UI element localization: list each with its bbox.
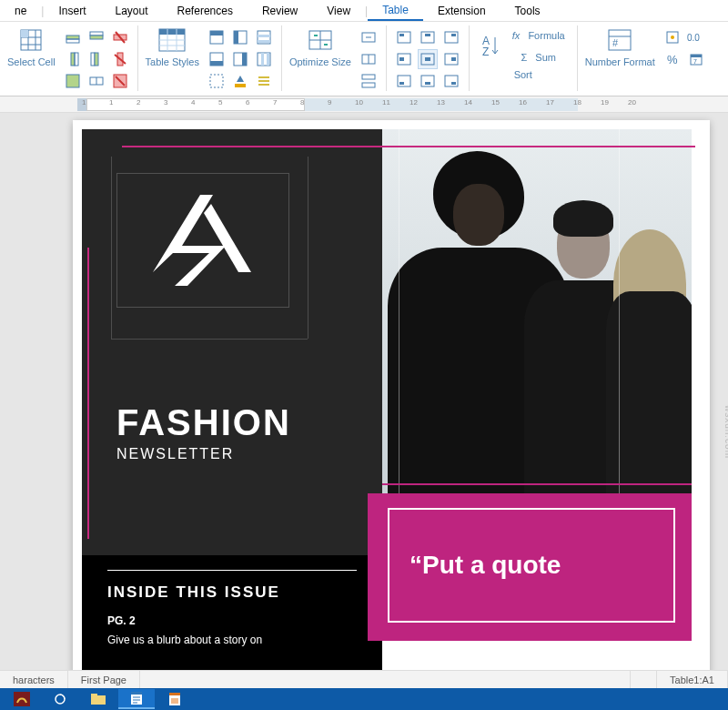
svg-text:#: # [612,37,619,48]
menu-item-insert[interactable]: Insert [44,2,100,20]
sum-button[interactable]: Σ Sum [508,47,570,67]
ribbon-separator [469,25,470,91]
align-mid-center-icon[interactable] [418,49,438,69]
status-save-icon[interactable] [631,671,657,688]
date-format-icon[interactable]: 7 [686,49,706,69]
menu-item-references[interactable]: References [163,2,248,20]
delete-row-icon[interactable] [110,27,130,47]
ribbon-group-select: Select Cell [4,25,59,67]
insert-table-icon[interactable] [63,71,83,91]
ruler-tick: 1 [109,98,113,106]
optimize-size-icon[interactable] [303,25,338,55]
svg-rect-43 [210,75,223,87]
status-page[interactable]: First Page [68,671,140,688]
ruler-tick: 6 [246,98,249,106]
delete-col-icon[interactable] [110,49,130,69]
split-table-icon[interactable] [359,71,379,91]
svg-rect-69 [445,76,458,86]
svg-rect-54 [399,34,404,36]
status-book-icon[interactable] [604,671,631,688]
menu-item-review[interactable]: Review [248,2,312,20]
align-top-left-icon[interactable] [394,27,414,47]
svg-rect-9 [90,36,103,39]
insert-col-left-icon[interactable] [63,49,83,69]
insert-row-above-icon[interactable] [63,27,83,47]
menu-item-home[interactable]: ne [0,2,41,20]
align-bot-right-icon[interactable] [441,71,461,91]
taskbar-app-1[interactable] [4,689,40,709]
status-table-ref[interactable]: Table1:A1 [657,671,728,688]
taskbar-app-2[interactable] [42,689,78,709]
svg-rect-32 [234,31,238,44]
optimize-size-label: Optimize Size [289,56,351,67]
ribbon-separator [137,25,138,91]
ruler-tick: 19 [601,98,609,106]
taskbar-impress-icon[interactable] [157,689,193,709]
sort-label: Sort [514,69,532,80]
menu-item-extension[interactable]: Extension [423,2,500,20]
borders-icon[interactable] [207,71,227,91]
menu-item-tools[interactable]: Tools [500,2,555,20]
sort-icon[interactable]: AZ [477,32,504,61]
ruler-tick: 10 [355,98,363,106]
delete-table-icon[interactable] [110,71,130,91]
style-opt-6-icon[interactable] [254,49,274,69]
svg-text:%: % [667,53,678,66]
border-color-icon[interactable] [230,71,250,91]
split-cells-icon[interactable] [86,71,106,91]
taskbar-writer-icon[interactable] [118,689,155,709]
style-opt-4-icon[interactable] [207,49,227,69]
select-cell-icon[interactable] [14,25,48,55]
horizontal-ruler[interactable]: 11234567891011121314151617181920 [0,96,728,113]
style-opt-2-icon[interactable] [230,27,250,47]
inside-heading: INSIDE THIS ISSUE [107,583,357,602]
formula-button[interactable]: fx Formula [508,25,570,46]
table-props-icon[interactable] [662,27,682,47]
table-styles-icon[interactable] [155,25,189,55]
status-characters[interactable]: haracters [0,671,68,688]
taskbar [0,688,728,710]
svg-rect-41 [261,53,264,66]
svg-rect-62 [425,57,430,61]
svg-rect-57 [445,32,458,43]
align-mid-left-icon[interactable] [394,49,414,69]
ruler-tick: 8 [300,98,304,106]
line-style-icon[interactable] [254,71,274,91]
doc-photo [346,129,692,493]
svg-rect-96 [171,698,178,704]
ruler-tick: 12 [410,98,418,106]
align-bot-left-icon[interactable] [394,71,414,91]
ruler-tick: 7 [273,98,277,106]
align-bot-center-icon[interactable] [418,71,438,91]
svg-rect-53 [398,32,410,43]
ribbon-group-tablestyles: Table Styles [142,25,203,67]
document-canvas[interactable]: FASHION NEWSLETTER INSIDE THIS ISSUE PG.… [0,113,728,670]
number-format-label: Number Format [585,56,655,67]
split-cells2-icon[interactable] [359,49,379,69]
menu-item-table[interactable]: Table [368,1,423,21]
quote-text: “Put a quote [410,551,561,580]
svg-rect-56 [425,34,430,36]
menu-item-view[interactable]: View [312,2,365,20]
insert-row-below-icon[interactable] [86,27,106,47]
taskbar-files-icon[interactable] [80,689,116,709]
svg-rect-65 [398,76,410,86]
ribbon-separator [281,25,282,91]
number-format-icon[interactable]: # [602,25,637,55]
merge-cells-icon[interactable] [359,27,379,47]
style-opt-3-icon[interactable] [254,27,274,47]
svg-rect-64 [451,57,456,61]
percent-icon[interactable]: % [662,49,682,69]
align-mid-right-icon[interactable] [441,49,461,69]
align-top-center-icon[interactable] [418,27,438,47]
align-top-right-icon[interactable] [441,27,461,47]
style-opt-5-icon[interactable] [230,49,250,69]
style-opt-1-icon[interactable] [207,27,227,47]
decimals-icon[interactable]: 0.0 [686,27,706,47]
inside-blurb: Give us a blurb about a story on [107,633,357,648]
svg-rect-37 [210,61,223,66]
page[interactable]: FASHION NEWSLETTER INSIDE THIS ISSUE PG.… [73,120,710,670]
svg-text:7: 7 [693,58,697,65]
menu-item-layout[interactable]: Layout [101,2,163,20]
insert-col-right-icon[interactable] [86,49,106,69]
